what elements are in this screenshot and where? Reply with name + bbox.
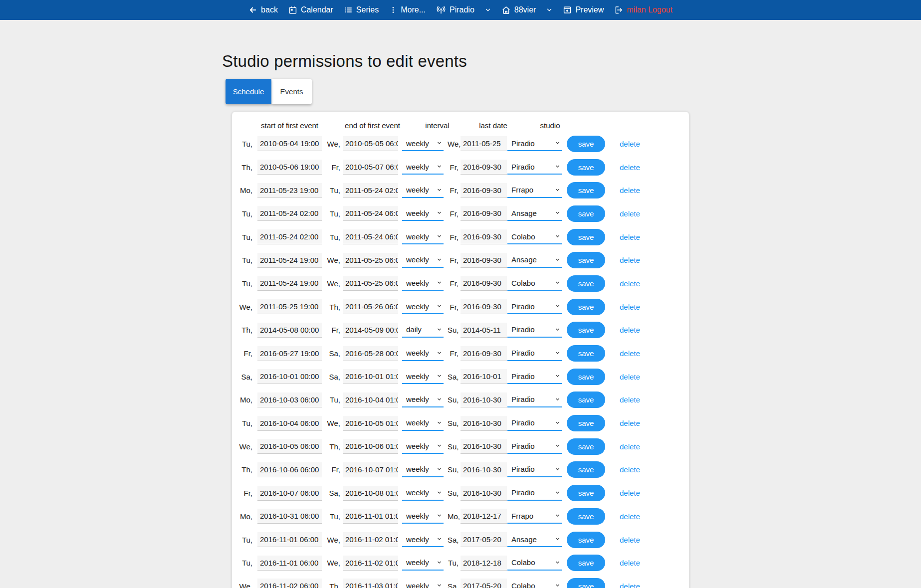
end-datetime-input[interactable] — [343, 276, 398, 291]
delete-link[interactable]: delete — [620, 395, 640, 404]
end-datetime-input[interactable] — [343, 532, 398, 547]
last-date-input[interactable] — [460, 462, 507, 477]
start-datetime-input[interactable] — [257, 462, 322, 477]
tab-events[interactable]: Events — [271, 79, 312, 104]
nav-calendar[interactable]: Calendar — [287, 5, 335, 14]
start-datetime-input[interactable] — [257, 509, 322, 524]
last-date-input[interactable] — [460, 183, 507, 198]
end-datetime-input[interactable] — [343, 346, 398, 361]
start-datetime-input[interactable] — [257, 160, 322, 175]
delete-link[interactable]: delete — [620, 140, 640, 148]
delete-link[interactable]: delete — [620, 349, 640, 358]
save-button[interactable]: save — [567, 322, 605, 338]
interval-select[interactable]: dailyweekly — [402, 160, 444, 175]
save-button[interactable]: save — [567, 508, 605, 525]
last-date-input[interactable] — [460, 299, 507, 314]
interval-select[interactable]: dailyweekly — [402, 136, 444, 151]
save-button[interactable]: save — [567, 415, 605, 431]
delete-link[interactable]: delete — [620, 465, 640, 474]
save-button[interactable]: save — [567, 136, 605, 152]
studio-select[interactable]: PiradioFrrapoAnsageColabo — [507, 276, 562, 291]
studio-select[interactable]: PiradioFrrapoAnsageColabo — [507, 369, 562, 384]
start-datetime-input[interactable] — [257, 556, 322, 571]
interval-select[interactable]: dailyweekly — [402, 392, 444, 407]
studio-select[interactable]: PiradioFrrapoAnsageColabo — [507, 532, 562, 547]
studio-select[interactable]: PiradioFrrapoAnsageColabo — [507, 392, 562, 407]
start-datetime-input[interactable] — [257, 439, 322, 454]
nav-more[interactable]: More... — [388, 5, 427, 14]
studio-select[interactable]: PiradioFrrapoAnsageColabo — [507, 229, 562, 244]
delete-link[interactable]: delete — [620, 559, 640, 567]
end-datetime-input[interactable] — [343, 556, 398, 571]
last-date-input[interactable] — [460, 392, 507, 407]
start-datetime-input[interactable] — [257, 486, 322, 501]
studio-select[interactable]: PiradioFrrapoAnsageColabo — [507, 579, 562, 588]
delete-link[interactable]: delete — [620, 186, 640, 195]
interval-select[interactable]: dailyweekly — [402, 253, 444, 268]
last-date-input[interactable] — [460, 416, 507, 431]
delete-link[interactable]: delete — [620, 209, 640, 218]
end-datetime-input[interactable] — [343, 462, 398, 477]
end-datetime-input[interactable] — [343, 416, 398, 431]
end-datetime-input[interactable] — [343, 299, 398, 314]
interval-select[interactable]: dailyweekly — [402, 299, 444, 314]
end-datetime-input[interactable] — [343, 579, 398, 588]
studio-select[interactable]: PiradioFrrapoAnsageColabo — [507, 486, 562, 501]
interval-select[interactable]: dailyweekly — [402, 369, 444, 384]
save-button[interactable]: save — [567, 229, 605, 245]
nav-logout[interactable]: milan Logout — [613, 5, 674, 14]
studio-select[interactable]: PiradioFrrapoAnsageColabo — [507, 462, 562, 477]
studio-select[interactable]: PiradioFrrapoAnsageColabo — [507, 439, 562, 454]
nav-station[interactable]: 88vier — [500, 5, 538, 15]
save-button[interactable]: save — [567, 205, 605, 222]
end-datetime-input[interactable] — [343, 160, 398, 175]
interval-select[interactable]: dailyweekly — [402, 206, 444, 221]
start-datetime-input[interactable] — [257, 346, 322, 361]
start-datetime-input[interactable] — [257, 206, 322, 221]
start-datetime-input[interactable] — [257, 276, 322, 291]
nav-piradio[interactable]: Piradio — [435, 5, 476, 15]
nav-preview[interactable]: Preview — [561, 5, 605, 14]
save-button[interactable]: save — [567, 159, 605, 176]
interval-select[interactable]: dailyweekly — [402, 579, 444, 588]
end-datetime-input[interactable] — [343, 369, 398, 384]
studio-select[interactable]: PiradioFrrapoAnsageColabo — [507, 299, 562, 314]
interval-select[interactable]: dailyweekly — [402, 229, 444, 244]
studio-select[interactable]: PiradioFrrapoAnsageColabo — [507, 556, 562, 571]
studio-select[interactable]: PiradioFrrapoAnsageColabo — [507, 346, 562, 361]
last-date-input[interactable] — [460, 276, 507, 291]
start-datetime-input[interactable] — [257, 299, 322, 314]
interval-select[interactable]: dailyweekly — [402, 532, 444, 547]
last-date-input[interactable] — [460, 160, 507, 175]
delete-link[interactable]: delete — [620, 489, 640, 497]
save-button[interactable]: save — [567, 252, 605, 268]
interval-select[interactable]: dailyweekly — [402, 439, 444, 454]
interval-select[interactable]: dailyweekly — [402, 462, 444, 477]
last-date-input[interactable] — [460, 509, 507, 524]
delete-link[interactable]: delete — [620, 279, 640, 288]
start-datetime-input[interactable] — [257, 229, 322, 244]
save-button[interactable]: save — [567, 275, 605, 292]
delete-link[interactable]: delete — [620, 326, 640, 334]
last-date-input[interactable] — [460, 206, 507, 221]
studio-select[interactable]: PiradioFrrapoAnsageColabo — [507, 183, 562, 198]
end-datetime-input[interactable] — [343, 183, 398, 198]
last-date-input[interactable] — [460, 439, 507, 454]
end-datetime-input[interactable] — [343, 206, 398, 221]
studio-select[interactable]: PiradioFrrapoAnsageColabo — [507, 253, 562, 268]
end-datetime-input[interactable] — [343, 136, 398, 151]
last-date-input[interactable] — [460, 229, 507, 244]
save-button[interactable]: save — [567, 299, 605, 315]
start-datetime-input[interactable] — [257, 392, 322, 407]
end-datetime-input[interactable] — [343, 439, 398, 454]
interval-select[interactable]: dailyweekly — [402, 416, 444, 431]
studio-select[interactable]: PiradioFrrapoAnsageColabo — [507, 416, 562, 431]
last-date-input[interactable] — [460, 346, 507, 361]
last-date-input[interactable] — [460, 253, 507, 268]
end-datetime-input[interactable] — [343, 486, 398, 501]
delete-link[interactable]: delete — [620, 512, 640, 521]
interval-select[interactable]: dailyweekly — [402, 509, 444, 524]
delete-link[interactable]: delete — [620, 303, 640, 311]
save-button[interactable]: save — [567, 182, 605, 198]
end-datetime-input[interactable] — [343, 253, 398, 268]
